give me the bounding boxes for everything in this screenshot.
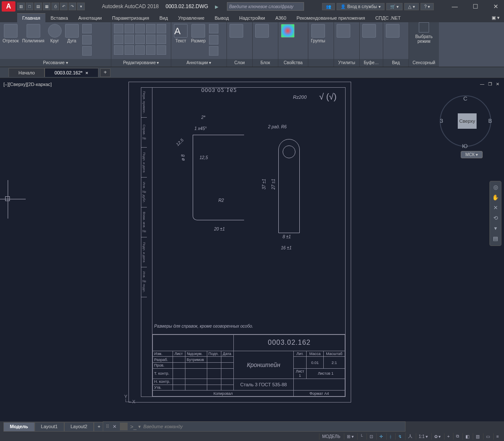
vp-close-icon[interactable]: ✕ xyxy=(495,82,501,88)
sb-menu-icon[interactable]: ≡ xyxy=(493,433,501,440)
sb-dynucs-icon[interactable]: 人 xyxy=(405,432,415,440)
sb-iso-icon[interactable]: ⧉ xyxy=(453,433,462,440)
tab-view[interactable]: Вид xyxy=(154,14,173,22)
tab-options-icon[interactable]: ▣ ▾ xyxy=(487,13,504,22)
sb-gear-icon[interactable]: ✿ ▾ xyxy=(431,433,444,440)
exchange-icon[interactable]: 🛒 ▾ xyxy=(386,3,403,10)
panel-block[interactable]: Блок xyxy=(253,59,278,67)
showmotion-icon[interactable]: ▾ xyxy=(492,225,499,233)
orbit-icon[interactable]: ⟲ xyxy=(492,215,499,222)
infocenter-icon[interactable]: 👥 xyxy=(322,3,335,10)
sb-clean-icon[interactable]: ▭ xyxy=(483,433,492,440)
panel-annot-title[interactable]: Аннотации ▾ xyxy=(171,59,227,67)
modify-btn-14[interactable] xyxy=(146,45,155,55)
drawing-canvas[interactable]: [–][Сверху][2D-каркас] — ❐ ✕ Сверху С Ю … xyxy=(0,78,504,421)
panel-props[interactable]: Свойства xyxy=(278,59,308,67)
modify-btn-15[interactable] xyxy=(157,45,166,55)
block-button[interactable] xyxy=(255,24,269,38)
clipboard-button[interactable] xyxy=(362,24,376,38)
qat-redo-icon[interactable]: ↷ xyxy=(69,3,76,10)
erase-button[interactable] xyxy=(146,24,155,33)
viewcube-north[interactable]: С xyxy=(463,95,467,102)
qat-save-icon[interactable]: ▤ xyxy=(34,3,42,10)
vp-minimize-icon[interactable]: — xyxy=(479,82,485,88)
qat-saveas-icon[interactable]: ▦ xyxy=(43,3,51,10)
qat-undo-icon[interactable]: ↶ xyxy=(60,3,68,10)
tab-spds[interactable]: СПДС .NET xyxy=(370,14,406,22)
annot-small-3[interactable] xyxy=(209,46,218,56)
sb-plus-icon[interactable]: + xyxy=(444,433,452,440)
sb-ws-icon[interactable]: ▥ xyxy=(473,433,482,440)
dimension-button[interactable]: Размер xyxy=(191,24,206,43)
layers-button[interactable] xyxy=(230,24,243,38)
scale-button[interactable] xyxy=(125,45,134,55)
signin-button[interactable]: 👤 Вход в службы ▾ xyxy=(337,3,385,10)
draw-small-2[interactable] xyxy=(82,35,92,44)
layout-tab-1[interactable]: Layout1 xyxy=(35,422,64,432)
copy-button[interactable] xyxy=(114,35,123,44)
qat-more-icon[interactable]: ▾ xyxy=(77,3,85,10)
zoom-extents-icon[interactable]: ✕ xyxy=(492,204,499,212)
vp-restore-icon[interactable]: ❐ xyxy=(487,82,493,88)
panel-edit-title[interactable]: Редактирование ▾ xyxy=(111,59,171,67)
search-play-icon[interactable]: ▸ xyxy=(215,3,218,11)
a360-icon[interactable]: △ ▾ xyxy=(404,3,419,10)
qat-print-icon[interactable]: ⎙ xyxy=(51,3,59,10)
cmd-close-icon[interactable]: ✕ xyxy=(113,424,116,429)
panel-view[interactable]: Вид xyxy=(383,59,409,67)
tab-a360[interactable]: A360 xyxy=(270,14,292,22)
panel-draw-title[interactable]: Рисование ▾ xyxy=(0,59,111,67)
doc-tab-active[interactable]: 0003.02.162*✕ xyxy=(45,68,98,77)
polyline-button[interactable]: Полилиния xyxy=(22,24,45,43)
cmd-chevron-icon[interactable]: ▾ xyxy=(138,424,141,429)
array-button[interactable] xyxy=(146,35,155,44)
utils-button[interactable] xyxy=(337,24,350,38)
sb-snap-icon[interactable]: └ xyxy=(357,433,366,440)
groups-button[interactable]: Группы xyxy=(311,24,325,43)
viewcube[interactable]: Сверху С Ю В З xyxy=(440,95,491,147)
trim-button[interactable] xyxy=(135,24,145,33)
draw-small-1[interactable] xyxy=(82,24,92,33)
viewport-label[interactable]: [–][Сверху][2D-каркас] xyxy=(3,82,52,87)
tab-insert[interactable]: Вставка xyxy=(45,14,73,22)
sb-scale[interactable]: 1:1 ▾ xyxy=(416,433,430,440)
help-icon[interactable]: ? ▾ xyxy=(420,3,434,10)
qat-open-icon[interactable]: □ xyxy=(26,3,33,10)
pan-icon[interactable]: ✋ xyxy=(492,194,499,202)
cmd-grip-icon[interactable]: ⠿ xyxy=(106,424,110,429)
tab-parametric[interactable]: Параметризация xyxy=(107,14,154,22)
fillet-button[interactable] xyxy=(135,35,145,44)
sb-annot-icon[interactable]: ◧ xyxy=(462,433,472,440)
ucs-dropdown[interactable]: МСК ▾ xyxy=(461,151,483,158)
command-line[interactable]: ⠿ ✕ >_ ▾ Введите команду xyxy=(103,421,406,432)
viewcube-west[interactable]: З xyxy=(440,118,443,124)
layout-tab-2[interactable]: Layout2 xyxy=(64,422,94,432)
sb-otrack-icon[interactable]: ↯ xyxy=(395,433,404,440)
minimize-button[interactable]: — xyxy=(448,3,461,10)
view-button[interactable] xyxy=(386,24,400,38)
props-button[interactable] xyxy=(281,24,295,38)
tab-addins[interactable]: Надстройки xyxy=(234,14,270,22)
doc-tab-home[interactable]: Начало xyxy=(9,68,45,77)
line-button[interactable]: Отрезок xyxy=(3,24,19,43)
panel-clip[interactable]: Буфе… xyxy=(360,59,383,67)
viewcube-south[interactable]: Ю xyxy=(462,143,468,149)
sb-model[interactable]: МОДЕЛЬ xyxy=(319,433,343,440)
stretch-button[interactable] xyxy=(114,45,123,55)
sb-polar-icon[interactable]: ✛ xyxy=(376,433,385,440)
draw-small-3[interactable] xyxy=(82,46,92,56)
annot-small-1[interactable] xyxy=(209,24,218,33)
viewcube-east[interactable]: В xyxy=(488,118,492,124)
cmd-recent-icon[interactable] xyxy=(120,423,128,430)
nav-wheel-icon[interactable]: ◎ xyxy=(492,184,499,192)
close-button[interactable]: ✕ xyxy=(489,3,502,10)
modify-btn-13[interactable] xyxy=(135,45,145,55)
tab-home[interactable]: Главная xyxy=(17,13,45,22)
arc-button[interactable]: Дуга xyxy=(65,24,79,43)
tab-output[interactable]: Вывод xyxy=(209,14,234,22)
panel-utils[interactable]: Утилиты xyxy=(334,59,359,67)
app-logo[interactable]: A xyxy=(2,1,15,12)
search-input[interactable]: Введите ключевое слово/фразу xyxy=(227,2,304,11)
circle-button[interactable]: Круг xyxy=(48,24,62,43)
new-doc-button[interactable]: + xyxy=(100,68,110,77)
